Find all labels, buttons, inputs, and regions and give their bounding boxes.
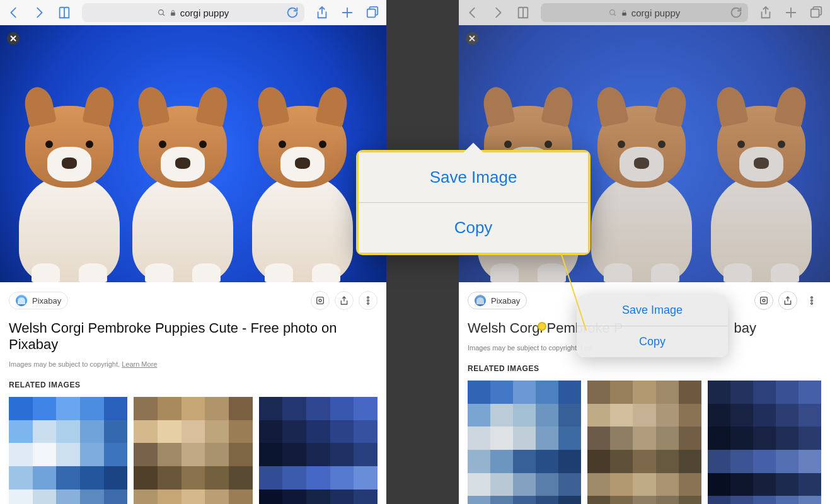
svg-rect-5 (367, 9, 376, 18)
svg-point-11 (367, 300, 369, 302)
forward-button[interactable] (32, 5, 47, 20)
source-chip[interactable]: Pixabay (9, 292, 68, 309)
address-bar[interactable]: corgi puppy (541, 3, 748, 22)
back-button[interactable] (465, 5, 480, 20)
close-icon[interactable] (7, 32, 20, 45)
svg-point-9 (319, 299, 321, 302)
safari-toolbar: corgi puppy (0, 0, 386, 25)
lens-icon[interactable] (754, 291, 773, 310)
source-favicon (16, 295, 27, 306)
related-thumb-2[interactable] (134, 397, 252, 504)
more-icon[interactable] (802, 291, 821, 310)
source-name: Pixabay (32, 296, 61, 306)
svg-line-14 (614, 14, 616, 16)
svg-rect-18 (811, 9, 819, 18)
image-info-panel: Pixabay Welsh Corgi Pembroke Puppies Cut… (0, 282, 386, 504)
search-icon (609, 9, 617, 17)
related-thumb-1[interactable] (468, 381, 581, 504)
related-thumb-3[interactable] (259, 397, 378, 504)
share-icon[interactable] (314, 5, 330, 20)
tabs-icon[interactable] (365, 5, 380, 20)
menu-item-copy[interactable]: Copy (359, 202, 588, 253)
menu-item-copy[interactable]: Copy (577, 326, 728, 357)
svg-point-10 (367, 297, 369, 299)
new-tab-icon[interactable] (340, 5, 355, 20)
svg-point-25 (811, 302, 813, 304)
lock-icon (170, 9, 176, 17)
address-bar-text: corgi puppy (631, 8, 681, 18)
more-icon[interactable] (359, 291, 378, 310)
safari-toolbar: corgi puppy (459, 0, 830, 25)
forward-button[interactable] (490, 5, 505, 20)
svg-rect-8 (317, 297, 324, 304)
related-images-header: RELATED IMAGES (468, 364, 821, 373)
svg-rect-15 (622, 13, 626, 16)
related-thumb-3[interactable] (708, 381, 821, 504)
svg-rect-2 (171, 13, 175, 16)
svg-line-1 (163, 14, 164, 16)
svg-point-24 (811, 300, 813, 302)
share-image-icon[interactable] (778, 291, 797, 310)
tabs-icon[interactable] (809, 5, 824, 20)
left-safari-pane: corgi puppy Pixabay Welsh (0, 0, 386, 504)
lens-icon[interactable] (311, 291, 330, 310)
back-button[interactable] (6, 5, 21, 20)
learn-more-link[interactable]: Learn More (122, 360, 157, 368)
related-images-strip (9, 397, 378, 504)
bookmarks-icon[interactable] (516, 5, 531, 20)
address-bar-text: corgi puppy (180, 8, 229, 18)
image-title: Welsh Corgi Pembroke Puppies Cute - Free… (9, 320, 378, 353)
svg-point-13 (609, 9, 614, 14)
address-bar[interactable]: corgi puppy (82, 3, 304, 22)
related-thumb-1[interactable] (9, 397, 127, 504)
svg-point-12 (367, 302, 369, 304)
related-images-strip (468, 381, 821, 504)
source-chip[interactable]: Pixabay (468, 292, 527, 309)
source-favicon (475, 295, 486, 306)
image-viewer (0, 25, 386, 282)
reload-icon[interactable] (729, 6, 743, 20)
svg-rect-21 (761, 297, 768, 304)
related-thumb-2[interactable] (587, 381, 701, 504)
svg-point-23 (811, 297, 813, 299)
source-name: Pixabay (491, 296, 520, 306)
share-image-icon[interactable] (335, 291, 354, 310)
reload-icon[interactable] (285, 6, 299, 20)
main-image[interactable] (0, 25, 386, 282)
copyright-text: Images may be subject to copyright. Lear… (9, 360, 378, 368)
menu-item-save-image[interactable]: Save Image (359, 152, 588, 202)
related-images-header: RELATED IMAGES (9, 381, 378, 389)
context-menu-callout: Save Image Copy (356, 150, 591, 255)
search-icon (158, 9, 166, 17)
svg-point-0 (158, 9, 163, 14)
new-tab-icon[interactable] (783, 5, 798, 20)
share-icon[interactable] (758, 5, 773, 20)
svg-point-22 (763, 299, 765, 302)
bookmarks-icon[interactable] (57, 5, 72, 20)
context-menu: Save Image Copy (577, 295, 728, 357)
lock-icon (621, 9, 628, 17)
